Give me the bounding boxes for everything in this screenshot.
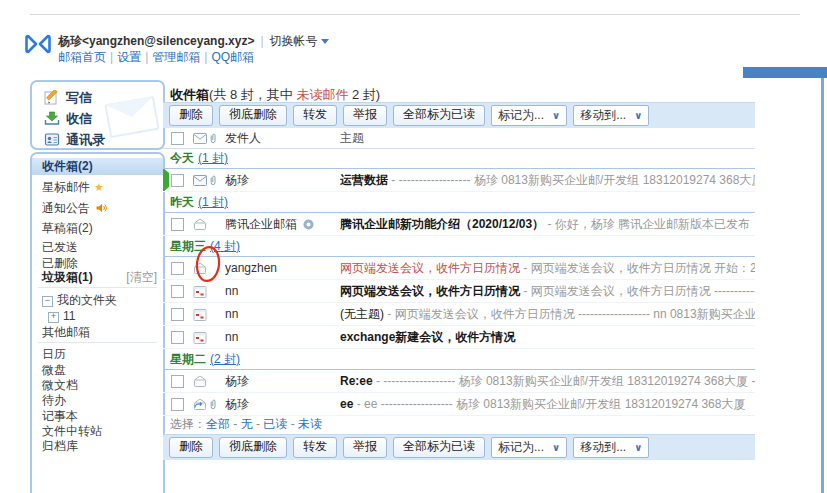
chevron-down-icon	[321, 39, 329, 44]
sidebar-item-inbox[interactable]: 收件箱(2)	[32, 158, 163, 175]
section-count-link[interactable]: (1 封)	[198, 151, 228, 165]
row-checkbox[interactable]	[171, 262, 184, 275]
compose-button[interactable]: 写信	[32, 89, 163, 107]
select-all-link[interactable]: 全部	[206, 417, 230, 431]
row-checkbox[interactable]	[171, 331, 184, 344]
forward-button[interactable]: 转发	[293, 437, 337, 458]
right-frame-border	[821, 78, 824, 493]
mail-row[interactable]: nn (无主题) - 网页端发送会议，收件方日历情况 -------------…	[163, 303, 755, 326]
mail-subject: exchange新建会议，收件方情况	[340, 329, 755, 346]
mark-all-read-button[interactable]: 全部标为已读	[393, 105, 485, 126]
read-mail-icon	[193, 262, 207, 274]
sender-column-header[interactable]: 发件人	[225, 130, 340, 147]
mark-all-read-button[interactable]: 全部标为已读	[393, 437, 485, 458]
calendar-label: 日历	[42, 346, 66, 362]
separator: |	[145, 50, 148, 64]
weidocs-label: 微文档	[42, 377, 78, 393]
announcements-label: 通知公告	[42, 200, 107, 216]
mail-row[interactable]: 杨珍 运营数据 - ------------------ 杨珍 0813新购买企…	[163, 169, 755, 192]
sidebar-item-calendar[interactable]: 日历	[32, 346, 163, 362]
mail-sender: 杨珍	[225, 396, 340, 413]
sidebar-item-sent[interactable]: 已发送	[32, 239, 163, 255]
report-button[interactable]: 举报	[343, 105, 387, 126]
archive-label: 归档库	[42, 438, 78, 454]
collapse-icon[interactable]: −	[42, 296, 53, 307]
receive-mail-icon	[44, 111, 60, 131]
divider	[38, 287, 157, 288]
attachment-column-icon[interactable]	[209, 132, 217, 144]
list-header: 发件人 主题	[163, 128, 755, 149]
star-icon: ★	[94, 181, 104, 193]
subject-column-header[interactable]: 主题	[340, 130, 755, 147]
select-unread-link[interactable]: 未读	[298, 417, 322, 431]
row-checkbox[interactable]	[171, 174, 184, 187]
section-count-link[interactable]: (1 封)	[198, 195, 228, 209]
divider	[38, 342, 157, 343]
empty-spam-link[interactable]: [清空]	[126, 269, 157, 285]
contacts-button[interactable]: 通讯录	[32, 131, 163, 149]
mail-subject: 网页端发送会议，收件方日历情况 - 网页端发送会议，收件方日历情况 开始：202…	[340, 260, 755, 277]
other-mailboxes-label: 其他邮箱	[42, 324, 90, 340]
row-checkbox[interactable]	[171, 375, 184, 388]
mail-sender: nn	[225, 284, 340, 298]
sidebar-item-todo[interactable]: 待办	[32, 392, 163, 408]
section-count-link[interactable]: (2 封)	[210, 352, 240, 366]
file-transfer-label: 文件中转站	[42, 423, 102, 439]
notes-label: 记事本	[42, 408, 78, 424]
move-to-dropdown[interactable]: 移动到...∨	[573, 437, 649, 458]
report-button[interactable]: 举报	[343, 437, 387, 458]
sidebar-item-my-folders[interactable]: −我的文件夹	[32, 292, 163, 308]
sidebar-item-weidrive[interactable]: 微盘	[32, 362, 163, 378]
sidebar-item-other-mailboxes[interactable]: 其他邮箱	[32, 324, 163, 340]
purge-button[interactable]: 彻底删除	[219, 437, 287, 458]
purge-button[interactable]: 彻底删除	[219, 105, 287, 126]
expand-icon[interactable]: +	[48, 312, 59, 323]
mail-row[interactable]: nn exchange新建会议，收件方情况	[163, 326, 755, 349]
sidebar-item-folder-11[interactable]: +11	[32, 308, 163, 324]
mail-row[interactable]: yangzhen 网页端发送会议，收件方日历情况 - 网页端发送会议，收件方日历…	[163, 257, 755, 280]
sidebar-folders-panel: 收件箱(2) 星标邮件★ 通知公告 草稿箱(2) 已发送 已删除 垃圾箱(1) …	[30, 152, 165, 493]
nav-qq-mail[interactable]: QQ邮箱	[211, 50, 254, 64]
forward-button[interactable]: 转发	[293, 105, 337, 126]
mail-subject: 网页端发送会议，收件方日历情况 - 网页端发送会议，收件方日历情况 ------…	[340, 283, 755, 300]
mail-row[interactable]: nn 网页端发送会议，收件方日历情况 - 网页端发送会议，收件方日历情况 ---…	[163, 280, 755, 303]
select-none-link[interactable]: 无	[241, 417, 253, 431]
select-all-checkbox[interactable]	[171, 132, 184, 145]
delete-button[interactable]: 删除	[169, 437, 213, 458]
mark-as-dropdown[interactable]: 标记为...∨	[491, 437, 567, 458]
sidebar-item-archive[interactable]: 归档库	[32, 438, 163, 454]
sidebar-item-weidocs[interactable]: 微文档	[32, 377, 163, 393]
nav-mail-home[interactable]: 邮箱首页	[58, 50, 106, 64]
mail-row[interactable]: 杨珍 ee - ee ------------------ 杨珍 0813新购买…	[163, 393, 755, 416]
delete-button[interactable]: 删除	[169, 105, 213, 126]
switch-account-link[interactable]: 切换帐号	[270, 34, 318, 48]
nav-settings[interactable]: 设置	[117, 50, 141, 64]
official-badge-icon	[303, 219, 314, 230]
mail-sender: nn	[225, 307, 340, 321]
mail-row[interactable]: 杨珍 Re:ee - ------------------ 杨珍 0813新购买…	[163, 370, 755, 393]
select-read-link[interactable]: 已读	[263, 417, 287, 431]
sidebar-item-starred[interactable]: 星标邮件★	[32, 179, 163, 195]
sidebar-item-notes[interactable]: 记事本	[32, 408, 163, 424]
unread-mail-icon	[193, 175, 207, 186]
row-checkbox[interactable]	[171, 308, 184, 321]
mail-row[interactable]: 腾讯企业邮箱 腾讯企业邮新功能介绍（2020/12/03） - 你好，杨珍 腾讯…	[163, 213, 755, 236]
sidebar-item-announcements[interactable]: 通知公告	[32, 200, 163, 216]
sidebar-item-file-transfer[interactable]: 文件中转站	[32, 423, 163, 439]
envelope-column-icon[interactable]	[193, 133, 207, 144]
mark-as-dropdown[interactable]: 标记为...∨	[491, 105, 567, 126]
sidebar-actions-panel: 写信 收信 通讯录	[30, 80, 165, 150]
row-checkbox[interactable]	[171, 218, 184, 231]
sidebar-item-spam[interactable]: 垃圾箱(1) [清空]	[32, 269, 163, 285]
sidebar-item-drafts[interactable]: 草稿箱(2)	[32, 220, 163, 236]
section-count-link[interactable]: (4 封)	[210, 239, 240, 253]
section-header-tuesday: 星期二(2 封)	[163, 349, 755, 370]
row-checkbox[interactable]	[171, 398, 184, 411]
row-checkbox[interactable]	[171, 285, 184, 298]
nav-manage-mail[interactable]: 管理邮箱	[152, 50, 200, 64]
separator: |	[110, 50, 113, 64]
receive-mail-button[interactable]: 收信	[32, 110, 163, 128]
move-to-dropdown[interactable]: 移动到...∨	[573, 105, 649, 126]
attachment-icon	[209, 398, 217, 410]
separator: |	[204, 50, 207, 64]
